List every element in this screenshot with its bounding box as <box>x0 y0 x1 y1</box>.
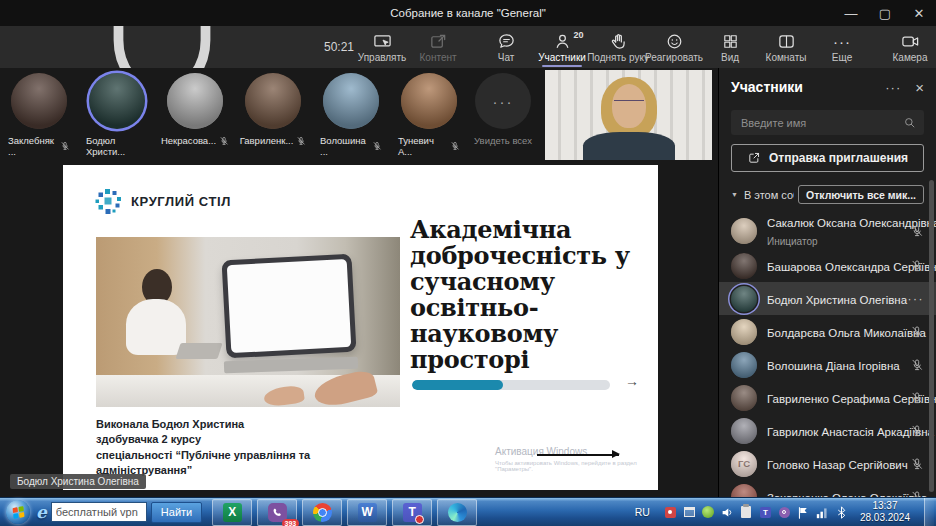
window-tray-icon[interactable] <box>683 506 696 519</box>
viber-taskbar-button[interactable]: 393 <box>257 499 297 526</box>
participant-name: Болдарєва Ольга Миколаївна <box>767 327 926 339</box>
mic-muted-icon <box>372 141 382 151</box>
slide-author-text: Виконала Бодюл Христина здобувачка 2 кур… <box>96 417 310 479</box>
participant-role: Инициатор <box>767 236 818 247</box>
avatar <box>11 73 67 129</box>
avatar: ГС <box>731 451 757 477</box>
participant-row[interactable]: Бодюл Христина Олегівна ··· <box>719 282 936 315</box>
close-button[interactable]: ✕ <box>902 0 936 26</box>
participant-row[interactable]: Волошина Діана Ігорівна <box>719 348 936 381</box>
rooms-button[interactable]: Комнаты <box>758 26 814 68</box>
content-button[interactable]: Контент <box>410 26 466 68</box>
avatar <box>731 319 757 345</box>
participant-row[interactable]: Болдарєва Ольга Миколаївна <box>719 315 936 348</box>
window-title: Собрание в канале "General" <box>390 7 546 19</box>
row-more-button[interactable]: ··· <box>908 292 925 306</box>
video-thumbnail[interactable]: Некрасова... <box>164 73 226 157</box>
avatar <box>731 253 757 279</box>
participant-name-label: Бодюл Христи... <box>86 135 148 157</box>
panel-close-button[interactable]: × <box>915 79 924 96</box>
participant-row[interactable]: ГС Головко Назар Сергійович <box>719 447 936 480</box>
avatar <box>89 73 145 129</box>
grid-icon <box>721 32 740 51</box>
viber-badge: 393 <box>282 519 300 526</box>
participant-row[interactable]: Башарова Олександра Сергіївна <box>719 249 936 282</box>
recording-tray-icon[interactable] <box>664 506 677 519</box>
slide-logo: КРУГЛИЙ СТІЛ <box>95 188 231 215</box>
webcam-video-tile[interactable] <box>545 70 712 160</box>
participant-list: Сакалюк Оксана Олександрівна Инициатор Б… <box>731 213 924 497</box>
chat-icon <box>497 32 516 51</box>
participant-row[interactable]: Гаврилюк Анастасія Аркадіївна <box>719 414 936 447</box>
participant-row[interactable]: Гавриленко Серафима Сергіївна <box>719 381 936 414</box>
minimize-button[interactable]: — <box>834 0 868 26</box>
participant-row[interactable]: Захарченко Олена Олексіївна <box>719 480 936 497</box>
see-all-button[interactable]: ··· Увидеть всех <box>472 73 534 146</box>
mic-muted-icon <box>910 325 924 339</box>
screen-share-icon <box>373 32 392 51</box>
video-thumbnail[interactable]: Бодюл Христи... <box>86 73 148 157</box>
mic-muted-icon <box>450 141 460 151</box>
taskbar-clock[interactable]: 13:37 28.03.2024 <box>860 500 910 525</box>
annotation-arrow <box>537 454 619 456</box>
maximize-button[interactable]: ▢ <box>868 0 902 26</box>
chat-button[interactable]: Чат <box>478 26 534 68</box>
hand-icon <box>609 32 628 51</box>
avatar <box>401 73 457 129</box>
teams-tray-icon[interactable]: T <box>759 506 772 519</box>
bluetooth-icon[interactable] <box>835 506 848 519</box>
show-desktop-button[interactable] <box>924 498 934 526</box>
video-thumbnail[interactable]: Заклебняк ... <box>8 73 70 157</box>
internet-explorer-icon[interactable]: e <box>36 504 47 521</box>
security-shield-icon[interactable] <box>702 506 715 519</box>
react-button[interactable]: Реагировать <box>646 26 702 68</box>
start-button[interactable] <box>6 500 30 524</box>
excel-taskbar-button[interactable]: X <box>212 499 252 526</box>
clipboard-tray-icon[interactable] <box>740 506 753 519</box>
participant-row[interactable]: Сакалюк Оксана Олександрівна Инициатор <box>719 213 936 249</box>
avatar <box>731 286 757 312</box>
in-meeting-section-header[interactable]: ▼ В этом собрании (20) <box>731 189 794 201</box>
mute-all-button[interactable]: Отключить все мик... <box>798 185 924 204</box>
word-taskbar-button[interactable]: W <box>347 499 387 526</box>
panel-scrollbar[interactable] <box>929 180 934 492</box>
mic-muted-icon <box>910 424 924 438</box>
more-button[interactable]: ··· Еще <box>814 26 870 68</box>
viber-tray-icon[interactable] <box>778 506 791 519</box>
language-indicator[interactable]: RU <box>635 506 650 518</box>
raise-hand-button[interactable]: Поднять руку <box>590 26 646 68</box>
video-thumbnail[interactable]: Туневич А... <box>398 73 460 157</box>
send-invite-button[interactable]: Отправка приглашения <box>731 144 924 172</box>
flag-tray-icon[interactable] <box>797 506 810 519</box>
taskbar-search-button[interactable]: Найти <box>151 502 202 523</box>
network-signal-icon[interactable] <box>816 506 829 519</box>
video-thumbnail[interactable]: Волошина ... <box>320 73 382 157</box>
taskbar-search-input[interactable] <box>51 502 147 522</box>
tablet-in-photo <box>222 254 357 359</box>
teams-meeting-window: Собрание в канале "General" — ▢ ✕ 50:21 … <box>0 0 936 526</box>
participants-button[interactable]: 20 Участники <box>534 26 590 68</box>
presence-dot <box>415 515 424 524</box>
presenter-name-tag: Бодюл Христина Олегівна <box>10 474 146 489</box>
meeting-toolbar: 50:21 Управлять Контент Чат 20 Участники… <box>0 26 936 68</box>
search-input[interactable] <box>739 116 903 130</box>
chevron-down-icon: ▼ <box>731 191 738 198</box>
edge-taskbar-button[interactable] <box>437 499 477 526</box>
logo-cluster-icon <box>95 188 122 215</box>
avatar <box>731 385 757 411</box>
avatar <box>167 73 223 129</box>
chrome-taskbar-button[interactable] <box>302 499 342 526</box>
video-thumbnail[interactable]: Гавриленк... <box>242 73 304 157</box>
participant-name-label: Заклебняк ... <box>8 135 57 157</box>
avatar <box>731 418 757 444</box>
slide-photo <box>96 237 400 407</box>
taskbar-search-band: e Найти <box>36 502 202 523</box>
logo-text: КРУГЛИЙ СТІЛ <box>131 194 231 209</box>
panel-title: Участники <box>731 79 871 95</box>
manage-button[interactable]: Управлять <box>354 26 410 68</box>
speaker-icon[interactable] <box>721 506 734 519</box>
teams-taskbar-button[interactable]: T <box>392 499 432 526</box>
camera-button[interactable]: Камера <box>882 26 936 68</box>
panel-more-button[interactable]: ··· <box>885 80 901 95</box>
view-button[interactable]: Вид <box>702 26 758 68</box>
